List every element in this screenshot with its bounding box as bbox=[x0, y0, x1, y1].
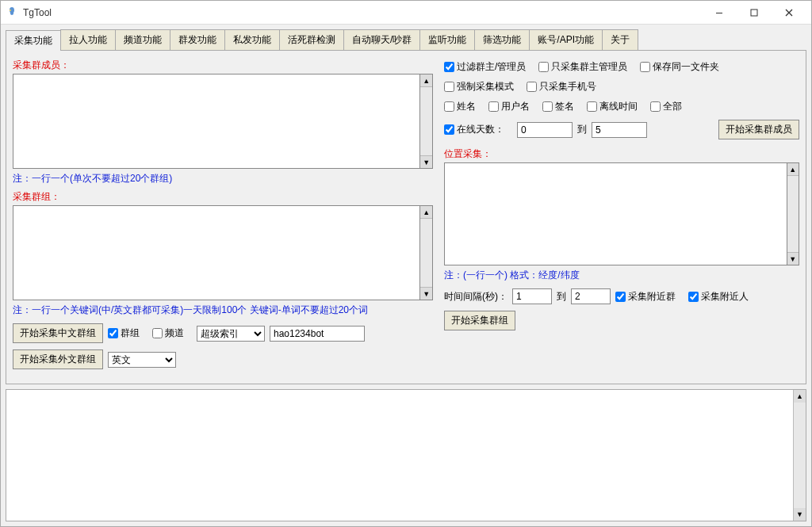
start-collect-foreign-button[interactable]: 开始采集外文群组 bbox=[13, 349, 103, 369]
maximize-button[interactable] bbox=[737, 1, 772, 25]
scroll-up-icon[interactable]: ▲ bbox=[787, 163, 799, 176]
checkbox-qunzu[interactable]: 群组 bbox=[108, 327, 140, 340]
location-scrollbar[interactable]: ▲ ▼ bbox=[787, 162, 799, 265]
lang-select[interactable]: 英文 bbox=[108, 352, 176, 368]
svg-rect-1 bbox=[716, 13, 722, 13]
scroll-up-icon[interactable]: ▲ bbox=[794, 390, 806, 403]
start-collect-groups-button[interactable]: 开始采集群组 bbox=[444, 311, 515, 330]
checkbox-signature-label: 签名 bbox=[555, 100, 574, 113]
start-collect-cn-button[interactable]: 开始采集中文群组 bbox=[13, 323, 103, 343]
checkbox-filter-admin[interactable]: 过滤群主/管理员 bbox=[444, 60, 526, 74]
checkbox-filter-admin-label: 过滤群主/管理员 bbox=[457, 60, 526, 74]
checkbox-offline[interactable]: 离线时间 bbox=[587, 100, 638, 113]
scroll-down-icon[interactable]: ▼ bbox=[420, 287, 432, 300]
checkbox-near-group[interactable]: 采集附近群 bbox=[615, 290, 676, 304]
location-note: 注：(一行一个) 格式：经度/纬度 bbox=[444, 269, 799, 282]
workarea: 采集功能 拉人功能 频道功能 群发功能 私发功能 活死群检测 自动聊天/吵群 监… bbox=[1, 25, 811, 526]
titlebar: TgTool bbox=[1, 1, 811, 25]
checkbox-online-days-label: 在线天数： bbox=[457, 123, 504, 136]
right-column: 过滤群主/管理员 只采集群主管理员 保存同一文件夹 强制采集模式 只采集手机号 … bbox=[444, 57, 799, 372]
scroll-down-icon[interactable]: ▼ bbox=[420, 155, 432, 168]
label-collect-groups: 采集群组： bbox=[13, 190, 433, 204]
label-to-2: 到 bbox=[557, 290, 566, 304]
tab-autochat[interactable]: 自动聊天/吵群 bbox=[343, 29, 420, 50]
left-column: 采集群成员： ▲ ▼ 注：一行一个(单次不要超过20个群组) 采集群组： ▲ ▼ bbox=[13, 57, 433, 372]
checkbox-all-label: 全部 bbox=[663, 100, 682, 113]
checkbox-only-phone-label: 只采集手机号 bbox=[539, 80, 596, 94]
groups-scrollbar[interactable]: ▲ ▼ bbox=[420, 205, 433, 300]
checkbox-signature[interactable]: 签名 bbox=[542, 100, 574, 113]
app-window: TgTool 采集功能 拉人功能 频道功能 群发功能 私发功能 活死群检测 自动… bbox=[0, 0, 812, 527]
checkbox-only-admin[interactable]: 只采集群主管理员 bbox=[538, 60, 627, 74]
log-area: ▲ ▼ bbox=[6, 389, 806, 521]
checkbox-save-same[interactable]: 保存同一文件夹 bbox=[640, 60, 719, 74]
checkbox-username-label: 用户名 bbox=[501, 100, 530, 113]
tab-listen[interactable]: 监听功能 bbox=[419, 29, 475, 50]
members-input[interactable] bbox=[13, 74, 420, 169]
minimize-button[interactable] bbox=[702, 1, 737, 25]
checkbox-name-label: 姓名 bbox=[457, 100, 476, 113]
svg-point-0 bbox=[10, 10, 11, 11]
app-icon bbox=[6, 6, 18, 19]
tab-privatesend[interactable]: 私发功能 bbox=[224, 29, 280, 50]
days-to-input[interactable] bbox=[592, 122, 647, 138]
tab-panel-collect: 采集群成员： ▲ ▼ 注：一行一个(单次不要超过20个群组) 采集群组： ▲ ▼ bbox=[6, 51, 806, 384]
scroll-down-icon[interactable]: ▼ bbox=[794, 508, 806, 521]
checkbox-pindao[interactable]: 频道 bbox=[152, 327, 184, 340]
members-note: 注：一行一个(单次不要超过20个群组) bbox=[13, 172, 433, 185]
checkbox-username[interactable]: 用户名 bbox=[488, 100, 530, 113]
label-collect-members: 采集群成员： bbox=[13, 59, 433, 72]
bot-input[interactable] bbox=[270, 326, 365, 342]
close-button[interactable] bbox=[772, 1, 806, 25]
checkbox-near-group-label: 采集附近群 bbox=[628, 290, 676, 304]
tab-channel[interactable]: 频道功能 bbox=[115, 29, 170, 50]
days-from-input[interactable] bbox=[517, 122, 573, 138]
start-collect-members-button[interactable]: 开始采集群成员 bbox=[718, 120, 799, 139]
checkbox-only-admin-label: 只采集群主管理员 bbox=[551, 60, 627, 74]
checkbox-qunzu-label: 群组 bbox=[121, 327, 140, 340]
interval-from-input[interactable] bbox=[512, 288, 552, 304]
tab-about[interactable]: 关于 bbox=[602, 29, 638, 50]
log-scrollbar[interactable]: ▲ ▼ bbox=[793, 390, 806, 521]
tab-strip: 采集功能 拉人功能 频道功能 群发功能 私发功能 活死群检测 自动聊天/吵群 监… bbox=[6, 29, 806, 51]
scroll-up-icon[interactable]: ▲ bbox=[420, 206, 432, 219]
tab-collect[interactable]: 采集功能 bbox=[6, 30, 61, 51]
label-location: 位置采集： bbox=[444, 147, 799, 161]
tab-filter[interactable]: 筛选功能 bbox=[474, 29, 530, 50]
location-input[interactable] bbox=[444, 162, 787, 265]
checkbox-pindao-label: 频道 bbox=[165, 327, 184, 340]
label-to: 到 bbox=[577, 123, 587, 136]
tab-groupsend[interactable]: 群发功能 bbox=[170, 29, 225, 50]
checkbox-near-people-label: 采集附近人 bbox=[701, 290, 749, 304]
index-select[interactable]: 超级索引 bbox=[197, 326, 265, 342]
checkbox-all[interactable]: 全部 bbox=[650, 100, 682, 113]
tab-invite[interactable]: 拉人功能 bbox=[60, 29, 116, 50]
checkbox-save-same-label: 保存同一文件夹 bbox=[653, 60, 719, 74]
interval-to-input[interactable] bbox=[571, 288, 611, 304]
scroll-up-icon[interactable]: ▲ bbox=[420, 74, 432, 87]
checkbox-near-people[interactable]: 采集附近人 bbox=[688, 290, 749, 304]
checkbox-name[interactable]: 姓名 bbox=[444, 100, 476, 113]
checkbox-online-days[interactable]: 在线天数： bbox=[444, 123, 504, 136]
label-interval: 时间间隔(秒)： bbox=[444, 290, 508, 304]
scroll-down-icon[interactable]: ▼ bbox=[787, 252, 799, 265]
tab-account[interactable]: 账号/API功能 bbox=[529, 29, 603, 50]
members-scrollbar[interactable]: ▲ ▼ bbox=[420, 74, 433, 169]
groups-note: 注：一行一个关键词(中/英文群都可采集)一天限制100个 关键词-单词不要超过2… bbox=[13, 304, 433, 317]
groups-input[interactable] bbox=[13, 205, 420, 300]
checkbox-offline-label: 离线时间 bbox=[599, 100, 638, 113]
svg-rect-2 bbox=[751, 10, 757, 16]
checkbox-force[interactable]: 强制采集模式 bbox=[444, 80, 514, 94]
checkbox-only-phone[interactable]: 只采集手机号 bbox=[527, 80, 596, 94]
tab-deadcheck[interactable]: 活死群检测 bbox=[279, 29, 344, 50]
window-title: TgTool bbox=[23, 7, 52, 18]
log-textarea[interactable] bbox=[6, 390, 793, 521]
checkbox-force-label: 强制采集模式 bbox=[457, 80, 514, 94]
